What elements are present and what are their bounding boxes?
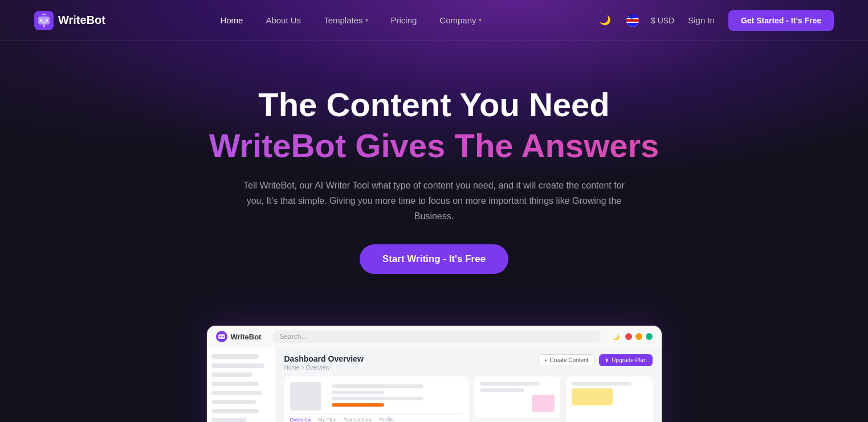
- dashboard-title: Dashboard Overview: [284, 354, 364, 363]
- card-line: [332, 391, 384, 394]
- maximize-dot: [646, 333, 653, 340]
- close-dot: [625, 333, 632, 340]
- sidebar-item: [211, 372, 253, 377]
- sidebar-item: [211, 363, 265, 368]
- brand-logo[interactable]: WriteBot: [34, 11, 105, 30]
- dashboard-header: Dashboard Overview Home > Overview + Cre…: [284, 354, 653, 371]
- language-selector[interactable]: [624, 11, 642, 30]
- dashboard-chart-area: [566, 376, 653, 422]
- nav-menu: Home About Us Templates ▾ Pricing Compan…: [209, 0, 492, 41]
- tab-profile[interactable]: Profile: [380, 417, 394, 422]
- chevron-down-icon-company: ▾: [479, 17, 482, 23]
- dashboard-main: Dashboard Overview Home > Overview + Cre…: [275, 347, 662, 422]
- dashboard-actions: + Create Content ⬆ Upgrade Plan: [538, 354, 652, 366]
- sidebar-item: [211, 382, 259, 386]
- svg-rect-4: [42, 22, 46, 23]
- chart-card-1: [566, 376, 653, 422]
- minimize-dot: [635, 333, 642, 340]
- tab-myplan[interactable]: My Plan: [318, 417, 337, 422]
- card-bar: [480, 388, 525, 392]
- nav-item-company[interactable]: Company ▾: [428, 0, 492, 41]
- svg-point-12: [219, 336, 221, 337]
- writebot-logo-icon: [34, 11, 54, 30]
- brand-name: WriteBot: [58, 14, 105, 27]
- get-started-button[interactable]: Get Started - It's Free: [728, 10, 834, 31]
- dashboard-topbar: WriteBot Search... 🌙: [207, 326, 662, 347]
- dashboard-body: Dashboard Overview Home > Overview + Cre…: [207, 347, 662, 422]
- hero-subtitle: Tell WriteBot, our AI Writer Tool what t…: [241, 178, 628, 224]
- dashboard-side-cards: [474, 376, 561, 422]
- dashboard-logo: WriteBot: [216, 331, 262, 342]
- nav-item-templates[interactable]: Templates ▾: [312, 0, 379, 41]
- dashboard-cards-row: Overview My Plan Transactions Profile: [284, 376, 653, 422]
- tab-transactions[interactable]: Transactions: [344, 417, 373, 422]
- svg-rect-11: [218, 334, 225, 339]
- tab-overview[interactable]: Overview: [290, 417, 312, 422]
- svg-point-2: [40, 19, 42, 22]
- dashboard-title-block: Dashboard Overview Home > Overview: [284, 354, 364, 371]
- dashboard-search[interactable]: Search...: [272, 330, 601, 343]
- card-color-block: [532, 395, 555, 412]
- card-line-accent: [332, 403, 384, 407]
- nav-item-pricing[interactable]: Pricing: [380, 0, 429, 41]
- hero-title-line2: WriteBot Gives The Answers: [11, 128, 857, 164]
- nav-item-about[interactable]: About Us: [254, 0, 312, 41]
- navbar-right: 🌙 $ USD Sign In Get Started -: [596, 10, 834, 31]
- dashboard-breadcrumb: Home > Overview: [284, 364, 364, 371]
- dark-mode-toggle[interactable]: 🌙: [596, 11, 614, 30]
- hero-section: The Content You Need WriteBot Gives The …: [0, 41, 868, 302]
- card-thumbnail: [290, 382, 321, 411]
- card-line: [332, 397, 423, 400]
- chevron-down-icon: ▾: [365, 17, 368, 23]
- dashboard-frame: WriteBot Search... 🌙: [206, 325, 662, 422]
- dashboard-preview: WriteBot Search... 🌙: [206, 325, 662, 422]
- flag-icon: [626, 14, 639, 27]
- currency-selector[interactable]: $ USD: [651, 16, 674, 25]
- sidebar-item: [211, 391, 262, 395]
- hero-title-line1: The Content You Need: [11, 87, 857, 123]
- navbar: WriteBot Home About Us Templates ▾ Prici…: [0, 0, 868, 41]
- sidebar-item: [211, 409, 259, 413]
- svg-rect-6: [43, 24, 44, 26]
- dashboard-main-card: Overview My Plan Transactions Profile: [284, 376, 468, 422]
- chart-bar: [572, 382, 631, 386]
- nav-item-home[interactable]: Home: [209, 0, 254, 41]
- sign-in-button[interactable]: Sign In: [683, 15, 719, 25]
- card-line: [332, 384, 423, 388]
- upgrade-plan-button[interactable]: ⬆ Upgrade Plan: [599, 354, 652, 366]
- small-card-1: [474, 376, 561, 417]
- sidebar-item: [211, 354, 259, 359]
- svg-point-13: [222, 336, 223, 337]
- sidebar-item: [211, 418, 247, 422]
- dashboard-window-controls: 🌙: [613, 333, 653, 340]
- chart-bar: [572, 388, 613, 405]
- svg-point-3: [46, 19, 48, 22]
- create-content-button[interactable]: + Create Content: [538, 354, 594, 366]
- start-writing-button[interactable]: Start Writing - It's Free: [360, 244, 508, 274]
- dashboard-tabs: Overview My Plan Transactions Profile: [290, 413, 463, 422]
- card-bar: [480, 382, 540, 386]
- sidebar-item: [211, 400, 256, 404]
- dashboard-logo-icon: [216, 331, 227, 342]
- dashboard-sidebar: [207, 347, 275, 422]
